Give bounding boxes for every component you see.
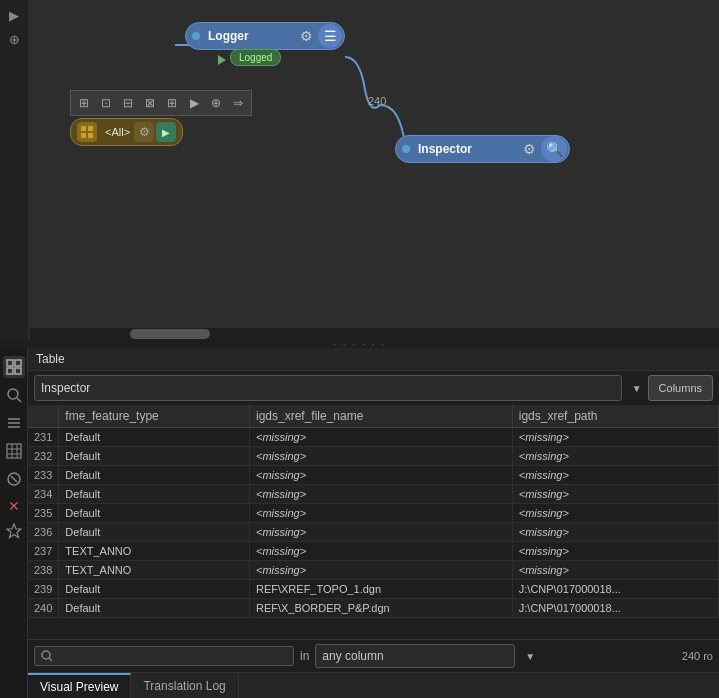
sidebar-star-icon[interactable] <box>3 520 25 542</box>
cell-xref-path: <missing> <box>512 504 718 523</box>
table-body: 231Default<missing><missing>232Default<m… <box>28 428 719 618</box>
bottom-main: Table Inspector ▼ Columns fme_feature_ty… <box>28 348 719 698</box>
cell-fme-feature-type: Default <box>59 523 250 542</box>
col-header-xref-file[interactable]: igds_xref_file_name <box>249 405 512 428</box>
logger-menu[interactable]: ☰ <box>318 24 342 48</box>
canvas-left-bar: ▶ ⊕ <box>0 0 28 340</box>
sidebar-circle-icon[interactable] <box>3 468 25 490</box>
sidebar-zoom-icon[interactable] <box>3 384 25 406</box>
search-input[interactable] <box>57 649 287 663</box>
in-label: in <box>300 649 309 663</box>
table-row: 236Default<missing><missing> <box>28 523 719 542</box>
inspector-gear[interactable]: ⚙ <box>517 137 541 161</box>
svg-rect-1 <box>88 126 93 131</box>
cell-fme-feature-type: Default <box>59 447 250 466</box>
canvas-hscrollbar-thumb[interactable] <box>130 329 210 339</box>
table-row: 238TEXT_ANNO<missing><missing> <box>28 561 719 580</box>
sidebar-close[interactable]: ✕ <box>8 498 20 514</box>
cell-fme-feature-type: Default <box>59 466 250 485</box>
toolbar-btn-8[interactable]: ⇒ <box>227 93 249 113</box>
svg-line-20 <box>11 476 17 482</box>
all-node-label: <All> <box>101 126 134 138</box>
cell-xref-path: J:\CNP\017000018... <box>512 599 718 618</box>
search-input-wrap <box>34 646 294 666</box>
data-table: fme_feature_type igds_xref_file_name igd… <box>28 405 719 618</box>
canvas-tool-2[interactable]: ⊕ <box>3 28 25 50</box>
cell-num: 240 <box>28 599 59 618</box>
sidebar-grid-icon[interactable] <box>3 440 25 462</box>
table-row: 232Default<missing><missing> <box>28 447 719 466</box>
cell-num: 237 <box>28 542 59 561</box>
canvas-hscrollbar[interactable] <box>30 328 719 340</box>
svg-rect-7 <box>7 368 13 374</box>
resize-handle[interactable]: · · · · · · <box>0 340 719 348</box>
toolbar-btn-2[interactable]: ⊡ <box>95 93 117 113</box>
cell-xref-file: REF\XREF_TOPO_1.dgn <box>249 580 512 599</box>
sidebar-table-icon[interactable] <box>3 356 25 378</box>
cell-xref-path: <missing> <box>512 561 718 580</box>
inspector-node-label: Inspector <box>410 142 517 156</box>
cell-fme-feature-type: TEXT_ANNO <box>59 542 250 561</box>
panel-header: Table <box>28 348 719 371</box>
cell-fme-feature-type: Default <box>59 580 250 599</box>
canvas-area: ▶ ⊕ 240 240 ⊞ ⊡ ⊟ ⊠ ⊞ ▶ ⊕ ⇒ <box>0 0 719 340</box>
col-header-num <box>28 405 59 428</box>
inspector-selector-row: Inspector ▼ Columns <box>28 371 719 405</box>
toolbar-btn-5[interactable]: ⊞ <box>161 93 183 113</box>
inspector-search[interactable]: 🔍 <box>541 136 567 162</box>
table-scroll-area[interactable]: fme_feature_type igds_xref_file_name igd… <box>28 405 719 639</box>
all-node[interactable]: <All> ⚙ ▶ <box>70 118 183 146</box>
cell-xref-file: <missing> <box>249 561 512 580</box>
cell-num: 235 <box>28 504 59 523</box>
table-header-row: fme_feature_type igds_xref_file_name igd… <box>28 405 719 428</box>
cell-num: 231 <box>28 428 59 447</box>
logger-node[interactable]: Logger ⚙ ☰ <box>185 22 345 50</box>
svg-marker-4 <box>218 55 226 65</box>
svg-point-9 <box>8 389 18 399</box>
svg-rect-5 <box>7 360 13 366</box>
cell-xref-file: <missing> <box>249 428 512 447</box>
toolbar-area: ⊞ ⊡ ⊟ ⊠ ⊞ ▶ ⊕ ⇒ <All> ⚙ ▶ <box>70 90 252 146</box>
col-header-fme[interactable]: fme_feature_type <box>59 405 250 428</box>
column-select[interactable]: any column <box>315 644 515 668</box>
svg-marker-21 <box>7 524 21 538</box>
inspector-select[interactable]: Inspector <box>34 375 622 401</box>
sidebar-list-icon[interactable] <box>3 412 25 434</box>
logged-port[interactable]: Logged <box>230 49 281 66</box>
toolbar-btn-6[interactable]: ▶ <box>183 93 205 113</box>
all-node-gear[interactable]: ⚙ <box>134 122 154 142</box>
cell-xref-path: <missing> <box>512 466 718 485</box>
canvas-tool-1[interactable]: ▶ <box>3 4 25 26</box>
table-row: 240DefaultREF\X_BORDER_P&P.dgnJ:\CNP\017… <box>28 599 719 618</box>
cell-num: 233 <box>28 466 59 485</box>
table-row: 235Default<missing><missing> <box>28 504 719 523</box>
cell-num: 238 <box>28 561 59 580</box>
toolbar-btn-3[interactable]: ⊟ <box>117 93 139 113</box>
tab-translation-log[interactable]: Translation Log <box>131 673 238 698</box>
cell-fme-feature-type: Default <box>59 504 250 523</box>
cell-xref-path: <missing> <box>512 542 718 561</box>
toolbar-btn-1[interactable]: ⊞ <box>73 93 95 113</box>
tab-visual-preview[interactable]: Visual Preview <box>28 673 131 698</box>
svg-rect-2 <box>81 133 86 138</box>
cell-xref-path: <missing> <box>512 523 718 542</box>
port-arrow <box>218 54 226 62</box>
columns-button[interactable]: Columns <box>648 375 713 401</box>
inspector-node[interactable]: Inspector ⚙ 🔍 <box>395 135 570 163</box>
table-row: 234Default<missing><missing> <box>28 485 719 504</box>
table-row: 239DefaultREF\XREF_TOPO_1.dgnJ:\CNP\0170… <box>28 580 719 599</box>
svg-rect-8 <box>15 368 21 374</box>
toolbar-btn-4[interactable]: ⊠ <box>139 93 161 113</box>
svg-rect-14 <box>7 444 21 458</box>
bottom-left-sidebar: ✕ <box>0 348 28 698</box>
bottom-panel: ✕ Table Inspector ▼ Columns <box>0 348 719 698</box>
logger-gear[interactable]: ⚙ <box>294 24 318 48</box>
conn-label-right: 240 <box>368 95 386 107</box>
toolbar-btn-7[interactable]: ⊕ <box>205 93 227 113</box>
cell-xref-file: <missing> <box>249 542 512 561</box>
cell-fme-feature-type: Default <box>59 485 250 504</box>
table-row: 233Default<missing><missing> <box>28 466 719 485</box>
cell-xref-file: <missing> <box>249 485 512 504</box>
all-node-port[interactable]: ▶ <box>156 122 176 142</box>
col-header-xref-path[interactable]: igds_xref_path <box>512 405 718 428</box>
